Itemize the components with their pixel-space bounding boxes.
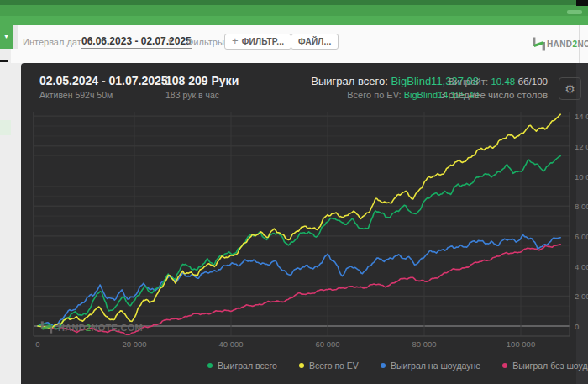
x-axis-tick: 40 000	[218, 339, 243, 349]
legend-dot-icon	[207, 363, 213, 368]
legend-dot-icon	[381, 363, 386, 368]
legend-label: Выиграл без шоудауна	[512, 360, 588, 371]
y-axis-tick: 10 000	[575, 172, 588, 181]
window-header-lower-strip	[0, 16, 588, 25]
legend-dot-icon	[299, 363, 304, 368]
hand2note-brand: HAND2NOTE	[531, 35, 588, 53]
chart-settings-button[interactable]: ⚙	[559, 77, 581, 100]
watermark-logo-icon	[39, 319, 54, 335]
avg-tables: 3 среднее число столов	[440, 90, 548, 100]
y-axis-tick: 0	[575, 322, 579, 331]
legend-label: Выиграл всего	[218, 360, 277, 371]
legend-item-2[interactable]: Всего по EV	[299, 360, 359, 371]
stats-hands-per-hour: 183 рук в час	[165, 90, 239, 100]
plus-icon: +	[232, 34, 239, 47]
y-axis-tick: 8 000	[575, 202, 588, 211]
date-interval-label: Интервал дат:	[23, 37, 84, 47]
ev-total-label: Всего по EV:	[347, 90, 401, 100]
y-axis-tick: 6 000	[575, 232, 588, 241]
winrate-label: Винрейт:	[448, 76, 488, 87]
x-axis-tick: 60 000	[315, 339, 339, 349]
x-axis-tick: 80 000	[412, 339, 436, 349]
legend-label: Всего по EV	[309, 360, 359, 371]
stats-winrate-column: Винрейт: 10.48 бб/100 3 среднее число ст…	[440, 76, 548, 100]
date-interval-value[interactable]: 06.06.2023 - 02.07.2025	[81, 35, 192, 49]
date-dropdown-caret-icon[interactable]: ▾	[168, 37, 172, 45]
x-axis-tick: 100 000	[507, 339, 535, 349]
legend-item-1[interactable]: Выиграл всего	[207, 360, 277, 371]
add-filter-button[interactable]: + ФИЛЬТР...	[224, 34, 291, 50]
legend-label: Выиграл на шоудауне	[391, 360, 480, 371]
chevron-down-icon: ▼	[3, 34, 9, 39]
stats-active-time: Активен 592ч 50м	[39, 90, 168, 100]
watermark-text: HAND2NOTE.COM	[58, 323, 143, 333]
winrate-line: Винрейт: 10.48 бб/100	[440, 76, 548, 87]
add-filter-button-label: ФИЛЬТР...	[242, 37, 284, 46]
app-root: ▼ Интервал дат: 06.06.2023 - 02.07.2025 …	[0, 0, 588, 384]
sidebar-collapse-control[interactable]: ▼	[0, 25, 13, 49]
filters-label: Фильтры:	[186, 37, 227, 47]
file-button-label: ФАЙЛ...	[298, 37, 331, 46]
minimize-dash-artifact	[567, 10, 582, 14]
background-highlight-artifact	[0, 120, 11, 135]
y-axis-tick: 14 000	[575, 112, 588, 121]
toolbar-left-gap	[13, 25, 18, 49]
stats-hands-count: 108 209 Руки	[165, 74, 239, 87]
x-axis-tick: 20 000	[122, 339, 146, 349]
x-axis-tick: 0	[35, 339, 39, 349]
chart-legend: Выиграл всегоВсего по EVВыиграл на шоуда…	[207, 360, 588, 371]
stats-hands-column: 108 209 Руки 183 рук в час	[165, 74, 239, 100]
winrate-value: 10.48	[491, 76, 515, 87]
y-axis-tick: 2 000	[575, 292, 588, 301]
gear-icon: ⚙	[564, 82, 575, 96]
y-axis-tick: 12 000	[575, 142, 588, 151]
stats-date-range: 02.05.2024 - 01.07.2025	[39, 74, 168, 87]
legend-dot-icon	[502, 363, 507, 368]
brand-text: HAND2NOTE	[547, 39, 588, 49]
stats-date-column: 02.05.2024 - 01.07.2025 Активен 592ч 50м	[39, 74, 168, 100]
report-panel	[21, 63, 588, 384]
file-button[interactable]: ФАЙЛ...	[291, 34, 339, 50]
chart-watermark: HAND2NOTE.COM	[39, 319, 143, 335]
window-header-top-edge	[0, 0, 588, 5]
winrate-unit: бб/100	[517, 76, 548, 87]
legend-item-3[interactable]: Выиграл на шоудауне	[381, 360, 480, 371]
background-window-corner	[576, 0, 588, 6]
background-dash-artifact	[0, 60, 8, 62]
hand2note-logo-icon	[531, 35, 547, 53]
won-total-label: Выиграл всего:	[311, 75, 387, 87]
y-axis-tick: 4 000	[575, 262, 588, 271]
legend-item-4[interactable]: Выиграл без шоудауна	[502, 360, 588, 371]
